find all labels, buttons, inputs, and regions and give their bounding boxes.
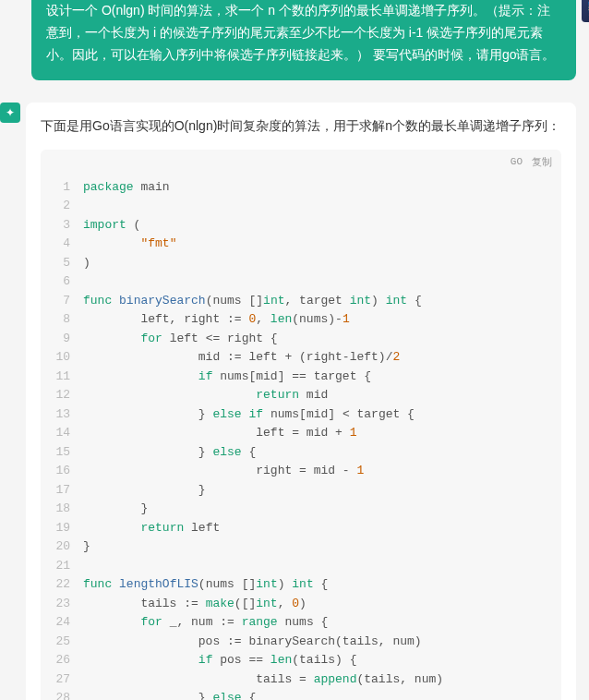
- code-line: 15 } else {: [41, 443, 561, 463]
- code-line: 10 mid := left + (right-left)/2: [41, 348, 561, 368]
- line-number: 19: [41, 519, 83, 538]
- code-content: "fmt": [83, 235, 561, 254]
- code-line: 4 "fmt": [41, 235, 561, 254]
- line-number: 16: [41, 462, 83, 481]
- line-number: 4: [41, 235, 83, 254]
- line-number: 17: [41, 481, 83, 501]
- line-number: 1: [41, 178, 83, 198]
- code-line: 18 }: [41, 500, 561, 519]
- code-line: 6: [41, 272, 561, 292]
- line-number: 25: [41, 633, 83, 652]
- code-line: 19 return left: [41, 519, 561, 538]
- code-line: 11 if nums[mid] == target {: [41, 368, 561, 387]
- line-number: 11: [41, 368, 83, 387]
- line-number: 14: [41, 424, 83, 443]
- code-header: GO 复制: [41, 150, 561, 175]
- line-number: 24: [41, 613, 83, 633]
- code-content: for _, num := range nums {: [83, 613, 561, 633]
- user-avatar: 🌃: [582, 0, 589, 22]
- code-content: }: [83, 481, 561, 501]
- code-content: for left <= right {: [83, 330, 561, 349]
- code-content: [83, 272, 561, 292]
- code-content: left = mid + 1: [83, 424, 561, 443]
- line-number: 23: [41, 595, 83, 614]
- line-number: 13: [41, 405, 83, 425]
- code-line: 5): [41, 254, 561, 273]
- code-content: import (: [83, 216, 561, 235]
- code-content: [83, 197, 561, 216]
- assistant-avatar-glyph: ✦: [6, 106, 15, 119]
- code-line: 21: [41, 557, 561, 576]
- code-content: left, right := 0, len(nums)-1: [83, 310, 561, 330]
- assistant-intro-text: 下面是用Go语言实现的O(nlgn)时间复杂度的算法，用于求解n个数的最长单调递…: [26, 115, 576, 149]
- code-content: package main: [83, 178, 561, 198]
- code-line: 24 for _, num := range nums {: [41, 613, 561, 633]
- code-line: 12 return mid: [41, 386, 561, 405]
- code-line: 7func binarySearch(nums []int, target in…: [41, 292, 561, 311]
- code-content: ): [83, 254, 561, 273]
- code-body: 1package main23import (4 "fmt"5)67func b…: [41, 175, 561, 700]
- code-line: 14 left = mid + 1: [41, 424, 561, 443]
- code-content: return left: [83, 519, 561, 538]
- code-line: 20}: [41, 537, 561, 557]
- assistant-row: ✦ 下面是用Go语言实现的O(nlgn)时间复杂度的算法，用于求解n个数的最长单…: [0, 103, 576, 700]
- code-line: 26 if pos == len(tails) {: [41, 651, 561, 670]
- line-number: 10: [41, 348, 83, 368]
- line-number: 22: [41, 575, 83, 595]
- code-line: 28 } else {: [41, 689, 561, 700]
- line-number: 28: [41, 689, 83, 700]
- code-language-label: GO: [511, 156, 523, 167]
- line-number: 12: [41, 386, 83, 405]
- code-content: } else {: [83, 689, 561, 700]
- code-content: return mid: [83, 386, 561, 405]
- user-message-bubble: 设计一个 O(nlgn) 时间的算法，求一个 n 个数的序列的最长单调递增子序列…: [31, 0, 576, 80]
- line-number: 18: [41, 500, 83, 519]
- code-block: GO 复制 1package main23import (4 "fmt"5)67…: [41, 150, 561, 700]
- line-number: 6: [41, 272, 83, 292]
- code-content: tails = append(tails, num): [83, 670, 561, 690]
- code-content: if nums[mid] == target {: [83, 368, 561, 387]
- code-line: 8 left, right := 0, len(nums)-1: [41, 310, 561, 330]
- code-line: 23 tails := make([]int, 0): [41, 595, 561, 614]
- code-content: [83, 557, 561, 576]
- code-content: right = mid - 1: [83, 462, 561, 481]
- line-number: 20: [41, 537, 83, 557]
- line-number: 2: [41, 197, 83, 216]
- code-line: 13 } else if nums[mid] < target {: [41, 405, 561, 425]
- code-line: 2: [41, 197, 561, 216]
- code-content: func binarySearch(nums []int, target int…: [83, 292, 561, 311]
- code-content: tails := make([]int, 0): [83, 595, 561, 614]
- code-content: } else {: [83, 443, 561, 463]
- assistant-avatar: ✦: [0, 103, 20, 123]
- line-number: 15: [41, 443, 83, 463]
- code-content: pos := binarySearch(tails, num): [83, 633, 561, 652]
- code-content: }: [83, 537, 561, 557]
- code-content: if pos == len(tails) {: [83, 651, 561, 670]
- copy-button[interactable]: 复制: [532, 155, 552, 169]
- line-number: 5: [41, 254, 83, 273]
- line-number: 21: [41, 557, 83, 576]
- line-number: 8: [41, 310, 83, 330]
- code-line: 16 right = mid - 1: [41, 462, 561, 481]
- line-number: 7: [41, 292, 83, 311]
- code-content: func lengthOfLIS(nums []int) int {: [83, 575, 561, 595]
- assistant-message-bubble: 下面是用Go语言实现的O(nlgn)时间复杂度的算法，用于求解n个数的最长单调递…: [26, 103, 576, 700]
- code-content: } else if nums[mid] < target {: [83, 405, 561, 425]
- code-content: }: [83, 500, 561, 519]
- code-line: 27 tails = append(tails, num): [41, 670, 561, 690]
- line-number: 3: [41, 216, 83, 235]
- code-content: mid := left + (right-left)/2: [83, 348, 561, 368]
- code-line: 1package main: [41, 178, 561, 198]
- code-line: 22func lengthOfLIS(nums []int) int {: [41, 575, 561, 595]
- code-line: 3import (: [41, 216, 561, 235]
- user-message-text: 设计一个 O(nlgn) 时间的算法，求一个 n 个数的序列的最长单调递增子序列…: [46, 3, 555, 62]
- code-line: 17 }: [41, 481, 561, 501]
- line-number: 27: [41, 670, 83, 690]
- code-line: 25 pos := binarySearch(tails, num): [41, 633, 561, 652]
- code-line: 9 for left <= right {: [41, 330, 561, 349]
- line-number: 26: [41, 651, 83, 670]
- line-number: 9: [41, 330, 83, 349]
